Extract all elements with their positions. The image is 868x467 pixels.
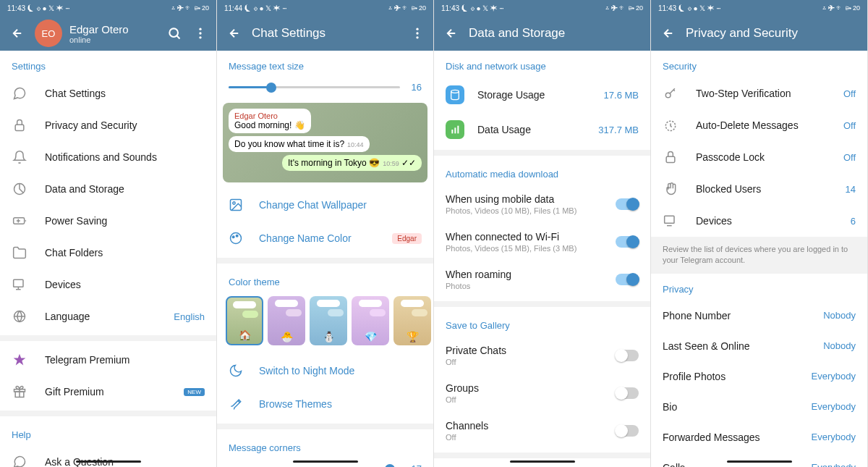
back-button[interactable] xyxy=(660,25,677,42)
theme-picker: 🏠 🐣 ⛄ 💎 🏆 xyxy=(217,293,433,354)
item-last-seen[interactable]: Last Seen & OnlineNobody xyxy=(651,331,867,361)
change-name-color[interactable]: Change Name ColorEdgar xyxy=(217,222,433,255)
toggle[interactable] xyxy=(616,198,639,210)
chart-icon xyxy=(446,120,464,139)
timer-icon xyxy=(663,117,678,133)
svg-rect-22 xyxy=(454,127,456,133)
section-text-size: Message text size xyxy=(217,51,433,77)
item-profile-photos[interactable]: Profile PhotosEverybody xyxy=(651,361,867,392)
header: Chat Settings xyxy=(217,16,433,51)
item-language[interactable]: LanguageEnglish xyxy=(0,300,216,332)
item-groups[interactable]: GroupsOff xyxy=(434,374,650,412)
chat-icon xyxy=(12,454,27,467)
devices-info: Review the list of devices where you are… xyxy=(651,237,867,274)
toggle[interactable] xyxy=(616,350,639,361)
privacy-security-screen: 11:43 ⏾ ⊘ ● 𝕏 ✶ ⋯ ⁂ ✈ ᯤ ⌲20 Privacy and … xyxy=(651,0,868,467)
globe-icon xyxy=(12,308,27,324)
item-power-saving[interactable]: Power Saving xyxy=(0,205,216,237)
search-icon[interactable] xyxy=(167,26,182,41)
page-title: Chat Settings xyxy=(252,26,410,41)
data-storage-screen: 11:43 ⏾ ⊘ ● 𝕏 ✶ ⋯ ⁂ ✈ ᯤ ⌲20 Data and Sto… xyxy=(434,0,651,467)
status-icons: ⏾ ⊘ ● 𝕏 ✶ ⋯ xyxy=(27,4,69,12)
back-button[interactable] xyxy=(443,25,460,42)
palette-icon xyxy=(229,231,243,245)
item-bio[interactable]: BioEverybody xyxy=(651,392,867,422)
item-channels[interactable]: ChannelsOff xyxy=(434,412,650,450)
toggle[interactable] xyxy=(616,387,639,399)
theme-option[interactable]: 🏆 xyxy=(393,296,431,345)
section-corners: Message corners xyxy=(217,432,433,459)
star-icon xyxy=(12,352,27,368)
status-time: 11:44 xyxy=(224,4,242,12)
item-data-storage[interactable]: Data and Storage xyxy=(0,173,216,205)
avatar[interactable]: EO xyxy=(35,20,62,47)
status-time: 11:43 xyxy=(7,4,25,12)
item-two-step[interactable]: Two-Step VerificationOff xyxy=(651,77,867,109)
change-wallpaper[interactable]: Change Chat Wallpaper xyxy=(217,188,433,222)
header: Data and Storage xyxy=(434,16,650,51)
nav-bar[interactable] xyxy=(76,460,141,463)
theme-option[interactable]: 💎 xyxy=(352,296,389,345)
toggle[interactable] xyxy=(616,236,639,248)
status-right-icons: ⁂ ✈ ᯤ ⌲20 xyxy=(171,4,209,12)
divider xyxy=(0,411,216,416)
toggle[interactable] xyxy=(616,274,639,285)
item-passcode[interactable]: Passcode LockOff xyxy=(651,141,867,173)
nav-bar[interactable] xyxy=(510,460,575,463)
section-disk: Disk and network usage xyxy=(434,51,650,77)
header: Privacy and Security xyxy=(651,16,867,51)
item-storage-usage[interactable]: Storage Usage17.6 MB xyxy=(434,77,650,112)
svg-rect-23 xyxy=(457,126,459,134)
svg-point-0 xyxy=(169,28,178,37)
svg-rect-21 xyxy=(451,130,453,133)
theme-option[interactable]: 🏠 xyxy=(226,296,263,345)
back-button[interactable] xyxy=(9,25,26,42)
lock-icon xyxy=(663,149,678,165)
item-calls[interactable]: CallsEverybody xyxy=(651,453,867,467)
item-wifi[interactable]: When connected to Wi-FiPhotos, Videos (1… xyxy=(434,223,650,261)
devices-icon xyxy=(12,277,27,293)
lock-icon xyxy=(12,117,27,133)
nav-bar[interactable] xyxy=(293,460,358,463)
theme-option[interactable]: 🐣 xyxy=(268,296,305,345)
item-mobile-data[interactable]: When using mobile dataPhotos, Videos (10… xyxy=(434,185,650,223)
more-icon[interactable] xyxy=(193,26,208,41)
item-roaming[interactable]: When roamingPhotos xyxy=(434,261,650,298)
theme-option[interactable]: ⛄ xyxy=(310,296,347,345)
svg-point-14 xyxy=(416,36,418,38)
item-devices[interactable]: Devices xyxy=(0,269,216,300)
item-ask-question[interactable]: Ask a Question xyxy=(0,446,216,467)
divider xyxy=(0,335,216,341)
storage-value: 17.6 MB xyxy=(604,90,639,101)
item-notifications[interactable]: Notifications and Sounds xyxy=(0,141,216,173)
text-size-slider[interactable]: 16 xyxy=(217,77,433,103)
brush-icon xyxy=(229,397,243,411)
night-mode[interactable]: Switch to Night Mode xyxy=(217,354,433,387)
item-blocked-users[interactable]: Blocked Users14 xyxy=(651,173,867,205)
item-auto-delete[interactable]: Auto-Delete MessagesOff xyxy=(651,109,867,141)
item-forwarded[interactable]: Forwarded MessagesEverybody xyxy=(651,422,867,453)
back-button[interactable] xyxy=(226,25,243,42)
section-help: Help xyxy=(0,419,216,446)
database-icon xyxy=(446,85,464,104)
browse-themes[interactable]: Browse Themes xyxy=(217,387,433,421)
profile-header: EO Edgar Otero online xyxy=(0,16,216,51)
item-data-usage[interactable]: Data Usage317.7 MB xyxy=(434,112,650,147)
item-gift-premium[interactable]: Gift PremiumNEW xyxy=(0,376,216,408)
item-devices[interactable]: Devices6 xyxy=(651,205,867,237)
more-icon[interactable] xyxy=(410,26,425,41)
item-chat-folders[interactable]: Chat Folders xyxy=(0,237,216,269)
svg-point-24 xyxy=(665,93,671,98)
toggle[interactable] xyxy=(616,425,639,437)
section-privacy: Privacy xyxy=(651,274,867,300)
item-private-chats[interactable]: Private ChatsOff xyxy=(434,337,650,374)
chat-preview: Edgar OteroGood morning! 👋 Do you know w… xyxy=(223,103,427,182)
svg-point-1 xyxy=(199,28,201,30)
item-chat-settings[interactable]: Chat Settings xyxy=(0,77,216,109)
nav-bar[interactable] xyxy=(727,460,792,463)
item-privacy[interactable]: Privacy and Security xyxy=(0,109,216,141)
svg-point-18 xyxy=(232,236,234,238)
item-phone-number[interactable]: Phone NumberNobody xyxy=(651,300,867,331)
item-premium[interactable]: Telegram Premium xyxy=(0,344,216,376)
slider-value: 16 xyxy=(407,82,422,93)
